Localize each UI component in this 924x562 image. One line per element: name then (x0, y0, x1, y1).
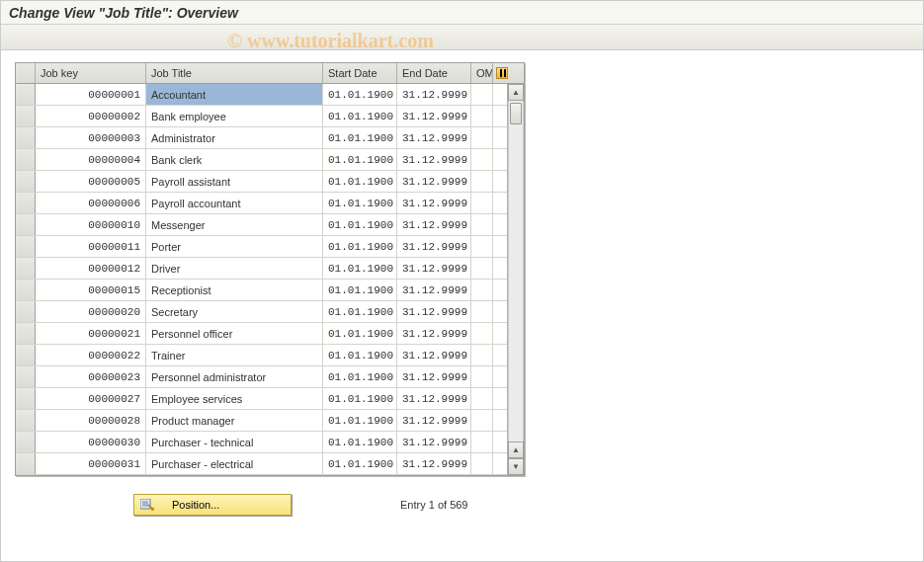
cell-start-date[interactable]: 01.01.1900 (323, 345, 397, 365)
cell-om[interactable] (471, 366, 493, 387)
cell-om[interactable] (471, 193, 493, 213)
cell-start-date[interactable]: 01.01.1900 (323, 258, 397, 279)
table-row[interactable]: 00000031Purchaser - electrical01.01.1900… (16, 453, 507, 475)
cell-job-key[interactable]: 00000015 (36, 280, 146, 300)
table-row[interactable]: 00000004Bank clerk01.01.190031.12.9999 (16, 149, 507, 171)
row-selector[interactable] (16, 323, 36, 344)
row-selector[interactable] (16, 258, 36, 279)
scroll-down-step-button[interactable]: ▲ (508, 442, 524, 458)
table-row[interactable]: 00000027Employee services01.01.190031.12… (16, 388, 507, 410)
cell-job-key[interactable]: 00000012 (36, 258, 146, 279)
cell-job-key[interactable]: 00000023 (36, 366, 146, 387)
cell-start-date[interactable]: 01.01.1900 (323, 236, 397, 257)
table-row[interactable]: 00000028Product manager01.01.190031.12.9… (16, 410, 507, 432)
cell-job-key[interactable]: 00000030 (36, 432, 146, 452)
table-row[interactable]: 00000011Porter01.01.190031.12.9999 (16, 236, 507, 258)
cell-end-date[interactable]: 31.12.9999 (397, 301, 471, 322)
table-row[interactable]: 00000001Accountant01.01.190031.12.9999 (16, 84, 507, 106)
cell-start-date[interactable]: 01.01.1900 (323, 280, 397, 300)
header-start-date[interactable]: Start Date (323, 63, 397, 83)
row-selector[interactable] (16, 84, 36, 105)
row-selector[interactable] (16, 280, 36, 300)
cell-om[interactable] (471, 410, 493, 431)
table-row[interactable]: 00000030Purchaser - technical01.01.19003… (16, 432, 507, 453)
table-row[interactable]: 00000003Administrator01.01.190031.12.999… (16, 127, 507, 149)
header-job-key[interactable]: Job key (36, 63, 146, 83)
cell-end-date[interactable]: 31.12.9999 (397, 366, 471, 387)
cell-end-date[interactable]: 31.12.9999 (397, 84, 471, 105)
cell-start-date[interactable]: 01.01.1900 (323, 432, 397, 452)
scroll-down-button[interactable]: ▼ (508, 458, 524, 475)
cell-om[interactable] (471, 236, 493, 257)
table-row[interactable]: 00000006Payroll accountant01.01.190031.1… (16, 193, 507, 214)
cell-end-date[interactable]: 31.12.9999 (397, 106, 471, 126)
cell-start-date[interactable]: 01.01.1900 (323, 453, 397, 474)
row-selector[interactable] (16, 106, 36, 126)
cell-start-date[interactable]: 01.01.1900 (323, 301, 397, 322)
table-row[interactable]: 00000005Payroll assistant01.01.190031.12… (16, 171, 507, 193)
table-row[interactable]: 00000002Bank employee01.01.190031.12.999… (16, 106, 507, 127)
cell-job-title[interactable]: Bank clerk (146, 149, 323, 170)
cell-om[interactable] (471, 149, 493, 170)
cell-job-key[interactable]: 00000021 (36, 323, 146, 344)
cell-job-title[interactable]: Employee services (146, 388, 323, 409)
cell-start-date[interactable]: 01.01.1900 (323, 323, 397, 344)
cell-job-title[interactable]: Receptionist (146, 280, 323, 300)
position-button[interactable]: Position... (133, 494, 292, 516)
cell-job-key[interactable]: 00000011 (36, 236, 146, 257)
cell-om[interactable] (471, 127, 493, 148)
cell-job-title[interactable]: Bank employee (146, 106, 323, 126)
cell-job-key[interactable]: 00000004 (36, 149, 146, 170)
cell-om[interactable] (471, 432, 493, 452)
cell-job-key[interactable]: 00000027 (36, 388, 146, 409)
cell-start-date[interactable]: 01.01.1900 (323, 193, 397, 213)
header-configure-columns[interactable] (493, 63, 510, 83)
cell-job-key[interactable]: 00000028 (36, 410, 146, 431)
row-selector[interactable] (16, 410, 36, 431)
cell-om[interactable] (471, 171, 493, 192)
cell-start-date[interactable]: 01.01.1900 (323, 149, 397, 170)
cell-om[interactable] (471, 388, 493, 409)
row-selector[interactable] (16, 345, 36, 365)
header-select-all[interactable] (16, 63, 36, 83)
cell-om[interactable] (471, 280, 493, 300)
cell-start-date[interactable]: 01.01.1900 (323, 106, 397, 126)
cell-end-date[interactable]: 31.12.9999 (397, 280, 471, 300)
cell-end-date[interactable]: 31.12.9999 (397, 323, 471, 344)
cell-job-key[interactable]: 00000005 (36, 171, 146, 192)
row-selector[interactable] (16, 236, 36, 257)
cell-job-title[interactable]: Administrator (146, 127, 323, 148)
cell-job-title[interactable]: Personnel administrator (146, 366, 323, 387)
cell-om[interactable] (471, 214, 493, 235)
row-selector[interactable] (16, 388, 36, 409)
cell-om[interactable] (471, 301, 493, 322)
cell-job-key[interactable]: 00000022 (36, 345, 146, 365)
header-end-date[interactable]: End Date (397, 63, 471, 83)
cell-end-date[interactable]: 31.12.9999 (397, 236, 471, 257)
cell-start-date[interactable]: 01.01.1900 (323, 388, 397, 409)
cell-end-date[interactable]: 31.12.9999 (397, 214, 471, 235)
cell-om[interactable] (471, 323, 493, 344)
cell-job-key[interactable]: 00000002 (36, 106, 146, 126)
scroll-thumb[interactable] (510, 103, 522, 124)
cell-job-title[interactable]: Purchaser - electrical (146, 453, 323, 474)
header-job-title[interactable]: Job Title (146, 63, 323, 83)
cell-job-title[interactable]: Driver (146, 258, 323, 279)
vertical-scrollbar[interactable]: ▲ ▲ ▼ (507, 84, 524, 475)
table-row[interactable]: 00000023Personnel administrator01.01.190… (16, 366, 507, 388)
scroll-up-button[interactable]: ▲ (508, 84, 524, 101)
cell-end-date[interactable]: 31.12.9999 (397, 193, 471, 213)
cell-end-date[interactable]: 31.12.9999 (397, 149, 471, 170)
cell-end-date[interactable]: 31.12.9999 (397, 171, 471, 192)
cell-job-key[interactable]: 00000003 (36, 127, 146, 148)
cell-start-date[interactable]: 01.01.1900 (323, 171, 397, 192)
table-row[interactable]: 00000021Personnel officer01.01.190031.12… (16, 323, 507, 345)
row-selector[interactable] (16, 214, 36, 235)
header-om[interactable]: OM (471, 63, 493, 83)
cell-job-key[interactable]: 00000006 (36, 193, 146, 213)
scroll-track[interactable] (508, 101, 524, 442)
cell-job-title[interactable]: Secretary (146, 301, 323, 322)
cell-job-title[interactable]: Trainer (146, 345, 323, 365)
table-row[interactable]: 00000012Driver01.01.190031.12.9999 (16, 258, 507, 280)
row-selector[interactable] (16, 453, 36, 474)
